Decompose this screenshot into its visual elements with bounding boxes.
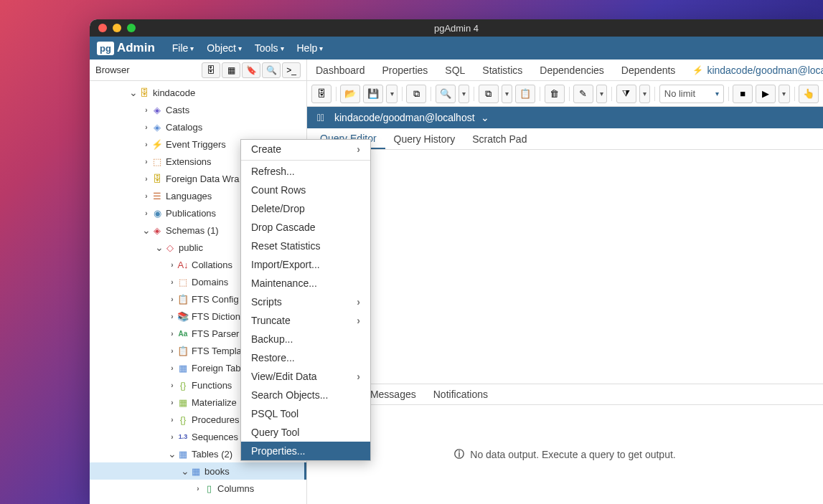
schema-node-icon: ◇ (164, 242, 176, 253)
tables-icon: ▦ (177, 448, 189, 460)
ctx-properties[interactable]: Properties... (241, 442, 370, 460)
tb-edit-icon[interactable]: ✎ (573, 85, 593, 103)
main-layout: Browser 🗄 ▦ 🔖 🔍 >_ 🗄kindacode ◈Casts ◈Ca… (90, 60, 823, 504)
output-tabs: Explain Messages Notifications (307, 384, 823, 405)
output-empty-text: No data output. Execute a query to get o… (470, 449, 675, 460)
qtab-history[interactable]: Query History (385, 128, 464, 149)
columns-icon: ▯ (203, 482, 215, 494)
tab-dependents[interactable]: Dependents (613, 60, 685, 80)
ctx-view-edit-data[interactable]: View/Edit Data (241, 367, 370, 386)
language-icon: ☰ (151, 190, 163, 201)
tb-folder-icon[interactable]: 📂 (340, 85, 360, 103)
tb-edit-dropdown[interactable]: ▾ (596, 85, 608, 103)
extension-icon: ⬚ (151, 156, 163, 167)
chevron-right-icon (357, 296, 360, 308)
connection-label: kindacode/goodman@localhost (334, 112, 475, 123)
ctx-create[interactable]: Create (241, 140, 370, 158)
ctx-search-objects[interactable]: Search Objects... (241, 386, 370, 404)
function-icon: {} (177, 379, 189, 391)
logo-box: pg (97, 42, 114, 55)
tb-save-icon[interactable]: 💾 (363, 85, 383, 103)
tab-statistics[interactable]: Statistics (474, 60, 531, 80)
ctx-delete-drop[interactable]: Delete/Drop (241, 199, 370, 218)
maximize-window-button[interactable] (127, 24, 136, 32)
tb-limit-select[interactable]: No limit (659, 85, 724, 103)
sequence-icon: 1.3 (177, 431, 189, 442)
menubar: pg Admin File Object Tools Help (90, 37, 823, 60)
output-area: No data output. Execute a query to get o… (307, 405, 823, 504)
tb-find-icon[interactable]: 🔍 (436, 85, 456, 103)
ctx-count-rows[interactable]: Count Rows (241, 181, 370, 199)
fts-config-icon: 📋 (177, 293, 189, 305)
tree-catalogs[interactable]: ◈Catalogs (90, 118, 306, 135)
tb-filter-dropdown[interactable]: ▾ (639, 85, 651, 103)
tree-casts[interactable]: ◈Casts (90, 101, 306, 118)
ctx-drop-cascade[interactable]: Drop Cascade (241, 218, 370, 237)
tool-grid-icon[interactable]: ▦ (222, 62, 240, 78)
tb-copy2-icon[interactable]: ⧉ (479, 85, 499, 103)
query-toolbar: 🗄 📂 💾 ▾ ⧉ 🔍 ▾ ⧉ ▾ 📋 🗑 ✎ ▾ ⧩ (307, 81, 823, 107)
tab-connection[interactable]: kindacode/goodman@localhos (684, 60, 823, 80)
browser-label: Browser (95, 65, 130, 75)
menu-tools[interactable]: Tools (255, 42, 284, 54)
window-title: pgAdmin 4 (434, 23, 479, 34)
logo-text: Admin (117, 41, 155, 55)
ctx-query-tool[interactable]: Query Tool (241, 423, 370, 442)
ctx-backup[interactable]: Backup... (241, 330, 370, 348)
titlebar: pgAdmin 4 (90, 19, 823, 37)
qtab-scratch[interactable]: Scratch Pad (464, 128, 535, 149)
tb-save-dropdown[interactable]: ▾ (386, 85, 398, 103)
query-editor-area[interactable] (307, 150, 823, 384)
tool-tag-icon[interactable]: 🔖 (242, 62, 260, 78)
tab-sql[interactable]: SQL (436, 60, 474, 80)
connection-bar: ⚫⃠ kindacode/goodman@localhost ⌄ (307, 107, 823, 128)
tab-dashboard[interactable]: Dashboard (307, 60, 374, 80)
connection-status-icon: ⚫⃠ (313, 110, 329, 125)
query-tabs: Query Editor Query History Scratch Pad (307, 128, 823, 150)
ctx-maintenance[interactable]: Maintenance... (241, 274, 370, 293)
tb-stop-icon[interactable]: ■ (733, 85, 753, 103)
tb-copy2-dropdown[interactable]: ▾ (502, 85, 513, 103)
tree-database[interactable]: 🗄kindacode (90, 84, 306, 101)
menu-items: File Object Tools Help (172, 42, 324, 54)
tool-terminal-icon[interactable]: >_ (282, 62, 301, 78)
main-tabs: Dashboard Properties SQL Statistics Depe… (307, 60, 823, 81)
ctx-truncate[interactable]: Truncate (241, 311, 370, 330)
foreign-table-icon: ▦ (177, 362, 189, 374)
menu-object[interactable]: Object (207, 42, 241, 54)
ctx-import-export[interactable]: Import/Export... (241, 255, 370, 274)
tool-server-icon[interactable]: 🗄 (202, 62, 220, 78)
ctx-reset-statistics[interactable]: Reset Statistics (241, 237, 370, 255)
tb-copy-icon[interactable]: ⧉ (406, 85, 426, 103)
tb-find-dropdown[interactable]: ▾ (458, 85, 470, 103)
btab-messages[interactable]: Messages (362, 384, 425, 404)
ctx-restore[interactable]: Restore... (241, 348, 370, 367)
tb-point-icon[interactable]: 👆 (799, 85, 819, 103)
fts-dict-icon: 📚 (177, 310, 189, 322)
collation-icon: A↓ (177, 259, 189, 270)
tb-play-dropdown[interactable]: ▾ (779, 85, 790, 103)
chevron-right-icon (357, 143, 360, 155)
connection-caret-icon[interactable]: ⌄ (481, 112, 489, 123)
tab-properties[interactable]: Properties (374, 60, 437, 80)
btab-notifications[interactable]: Notifications (425, 384, 497, 404)
ctx-psql-tool[interactable]: PSQL Tool (241, 404, 370, 423)
ctx-refresh[interactable]: Refresh... (241, 162, 370, 181)
tool-search-icon[interactable]: 🔍 (262, 62, 281, 78)
tb-filter-icon[interactable]: ⧩ (616, 85, 636, 103)
close-window-button[interactable] (98, 24, 107, 32)
tb-open-icon[interactable]: 🗄 (311, 85, 331, 103)
tb-paste-icon[interactable]: 📋 (515, 85, 535, 103)
chevron-right-icon (357, 371, 360, 382)
menu-help[interactable]: Help (297, 42, 324, 54)
tree-columns[interactable]: ▯Columns (90, 480, 306, 497)
tree-table-books[interactable]: ▦books (90, 462, 306, 480)
menu-file[interactable]: File (172, 42, 194, 54)
ctx-scripts[interactable]: Scripts (241, 293, 370, 311)
tab-dependencies[interactable]: Dependencies (531, 60, 613, 80)
minimize-window-button[interactable] (113, 24, 121, 32)
tb-play-icon[interactable]: ▶ (756, 85, 776, 103)
chevron-right-icon (357, 315, 360, 326)
tb-delete-icon[interactable]: 🗑 (545, 85, 565, 103)
publication-icon: ◉ (151, 207, 163, 219)
